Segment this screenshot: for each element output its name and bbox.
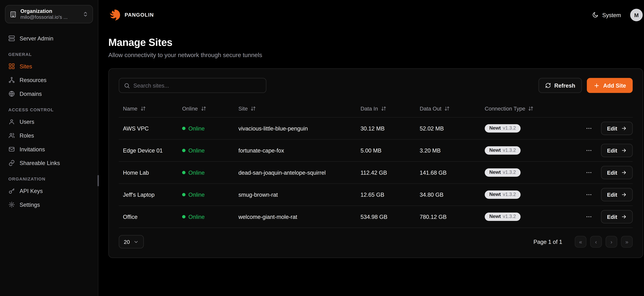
- main-content: PANGOLIN System M Manage Sites Allow con…: [98, 0, 644, 296]
- arrow-right-icon: [621, 126, 627, 131]
- row-more-button[interactable]: [584, 190, 594, 200]
- site-name-cell: AWS VPC: [119, 125, 178, 132]
- tunnel-name-cell: vivacious-little-blue-penguin: [234, 125, 356, 132]
- sidebar-item-shareable-links[interactable]: Shareable Links: [5, 156, 93, 170]
- page-subtitle: Allow connectivity to your network throu…: [108, 52, 644, 58]
- status-cell: Online: [178, 170, 234, 176]
- connection-type-cell: Newtv1.3.2: [480, 124, 586, 132]
- page-size-select[interactable]: 20: [119, 235, 144, 248]
- connection-type-cell: Newtv1.3.2: [480, 146, 586, 154]
- connection-type-badge: Newtv1.3.2: [485, 146, 520, 154]
- sidebar-item-label: Server Admin: [20, 35, 53, 42]
- add-site-button[interactable]: Add Site: [587, 78, 633, 93]
- avatar[interactable]: M: [630, 9, 643, 21]
- row-more-button[interactable]: [584, 212, 594, 222]
- previous-page-button[interactable]: ‹: [590, 236, 602, 248]
- key-icon: [8, 188, 15, 194]
- next-page-button[interactable]: ›: [606, 236, 617, 248]
- scale-wrapper: Organization milo@fossorial.io's ... Ser…: [0, 0, 644, 296]
- sidebar-item-domains[interactable]: Domains: [5, 87, 93, 100]
- column-header-data-out[interactable]: Data Out: [416, 105, 480, 112]
- pangolin-logo: [108, 9, 121, 21]
- org-selector[interactable]: Organization milo@fossorial.io's ...: [5, 5, 93, 23]
- connection-type-version: v1.3.2: [503, 170, 516, 175]
- sites-table: Name Online Site Data In: [119, 100, 633, 248]
- connection-type-badge: Newtv1.3.2: [485, 191, 520, 199]
- plus-icon: [594, 82, 600, 88]
- connection-type-badge: Newtv1.3.2: [485, 168, 520, 176]
- topbar-right: System M: [592, 9, 643, 21]
- section-label-access-control: ACCESS CONTROL: [8, 107, 90, 112]
- arrow-up-down-icon: [251, 106, 256, 111]
- edit-button-label: Edit: [607, 214, 617, 220]
- org-selector-subtitle: milo@fossorial.io's ...: [20, 14, 79, 20]
- status-text: Online: [188, 214, 205, 220]
- row-edit-button[interactable]: Edit: [601, 144, 633, 157]
- row-edit-button[interactable]: Edit: [601, 122, 633, 135]
- site-name-cell: Edge Device 01: [119, 147, 178, 154]
- column-header-name[interactable]: Name: [119, 105, 178, 112]
- sidebar-item-users[interactable]: Users: [5, 115, 93, 128]
- arrow-right-icon: [621, 214, 627, 220]
- last-page-button[interactable]: »: [621, 236, 633, 248]
- sidebar-item-resources[interactable]: Resources: [5, 74, 93, 87]
- sidebar-item-sites[interactable]: Sites: [5, 60, 93, 73]
- row-more-button[interactable]: [584, 168, 594, 178]
- search-input[interactable]: [133, 82, 261, 88]
- sidebar-item-api-keys[interactable]: API Keys: [5, 184, 93, 198]
- table-row: Office Online welcome-giant-mole-rat 534…: [119, 206, 633, 228]
- status-cell: Online: [178, 125, 234, 132]
- row-edit-button[interactable]: Edit: [601, 166, 633, 179]
- status-text: Online: [188, 125, 205, 132]
- table-row: Edge Device 01 Online fortunate-cape-fox…: [119, 139, 633, 162]
- arrow-right-icon: [621, 192, 627, 198]
- edit-button-label: Edit: [607, 147, 617, 154]
- users-icon: [8, 118, 15, 125]
- row-edit-button[interactable]: Edit: [601, 210, 633, 224]
- edit-button-label: Edit: [607, 125, 617, 132]
- column-label: Data Out: [420, 105, 442, 112]
- tunnel-name-cell: smug-brown-rat: [234, 192, 356, 198]
- theme-toggle[interactable]: System: [592, 12, 621, 18]
- table-row: AWS VPC Online vivacious-little-blue-pen…: [119, 117, 633, 139]
- row-more-button[interactable]: [584, 146, 594, 156]
- sidebar-item-server-admin[interactable]: Server Admin: [5, 32, 93, 45]
- column-header-online[interactable]: Online: [178, 105, 234, 112]
- connection-type-badge: Newtv1.3.2: [485, 213, 520, 221]
- column-header-site[interactable]: Site: [234, 105, 356, 112]
- app-root: Organization milo@fossorial.io's ... Ser…: [0, 0, 644, 296]
- row-more-button[interactable]: [584, 124, 594, 134]
- refresh-button[interactable]: Refresh: [538, 78, 582, 93]
- gear-icon: [8, 201, 15, 208]
- column-label: Online: [182, 105, 198, 112]
- mail-icon: [8, 146, 15, 153]
- online-dot-icon: [182, 149, 186, 152]
- sidebar-item-settings[interactable]: Settings: [5, 198, 93, 211]
- row-actions: Edit: [586, 122, 633, 135]
- row-edit-button[interactable]: Edit: [601, 188, 633, 201]
- sidebar-nav: Server Admin GENERAL Sites Resources: [5, 32, 93, 211]
- sidebar-item-label: Users: [20, 119, 34, 125]
- tunnel-name-cell: dead-san-joaquin-antelope-squirrel: [234, 170, 356, 176]
- pagination: Page 1 of 1 « ‹ › »: [534, 236, 633, 248]
- connection-type-version: v1.3.2: [503, 148, 516, 153]
- column-header-connection-type[interactable]: Connection Type: [480, 105, 586, 112]
- column-label: Site: [238, 105, 248, 112]
- data-out-cell: 34.80 GB: [416, 192, 480, 198]
- column-label: Data In: [360, 105, 378, 112]
- table-footer: 20 Page 1 of 1 « ‹ › »: [119, 228, 633, 248]
- edit-button-label: Edit: [607, 192, 617, 198]
- data-out-cell: 52.02 MB: [416, 125, 480, 132]
- sidebar-scrollbar[interactable]: [98, 175, 99, 186]
- status-text: Online: [188, 170, 205, 176]
- site-name-cell: Office: [119, 214, 178, 220]
- row-actions: Edit: [586, 188, 633, 201]
- first-page-button[interactable]: «: [575, 236, 586, 248]
- sidebar-item-label: Domains: [20, 91, 42, 97]
- connection-type-badge: Newtv1.3.2: [485, 124, 520, 132]
- sidebar-item-invitations[interactable]: Invitations: [5, 142, 93, 156]
- sidebar-item-roles[interactable]: Roles: [5, 129, 93, 142]
- column-header-data-in[interactable]: Data In: [356, 105, 416, 112]
- data-out-cell: 3.20 MB: [416, 147, 480, 154]
- row-actions: Edit: [586, 210, 633, 224]
